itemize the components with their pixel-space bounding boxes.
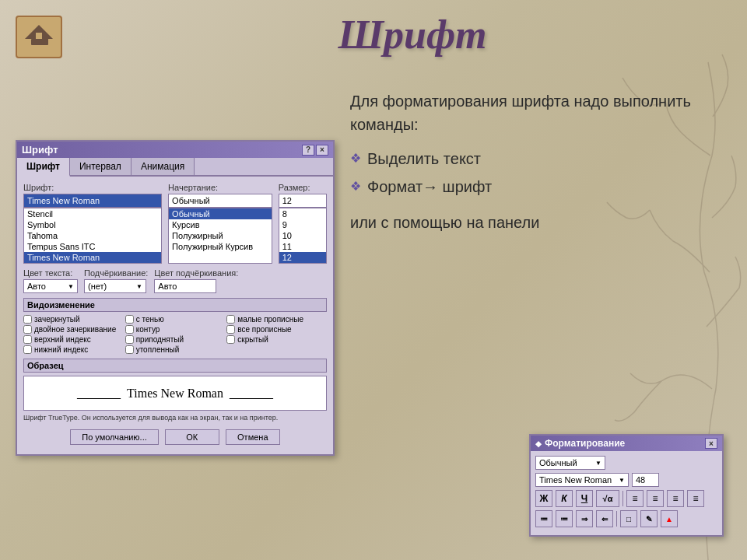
help-button[interactable]: ?	[302, 145, 314, 156]
font-list-item[interactable]: Symbol	[24, 219, 161, 230]
size-list[interactable]: 8 9 10 11 12	[279, 208, 327, 264]
style-list-item[interactable]: Курсив	[169, 219, 272, 230]
checkbox-superscript: верхний индекс	[23, 335, 124, 344]
indent-decrease-button[interactable]: ⇐	[596, 510, 613, 527]
font-input[interactable]: Times New Roman	[23, 194, 162, 208]
size-item[interactable]: 8	[279, 208, 326, 219]
hidden-checkbox[interactable]	[226, 335, 235, 344]
font-list-item[interactable]: Tahoma	[24, 230, 161, 241]
tab-font[interactable]: Шрифт	[17, 158, 70, 177]
double-strikethrough-label: двойное зачеркивание	[34, 325, 116, 334]
style-list-item[interactable]: Полужирный Курсив	[169, 241, 272, 252]
subscript-label: нижний индекс	[34, 345, 88, 354]
effects-checkboxes: зачеркнутый с тенью малые прописные двой…	[23, 315, 327, 354]
small-caps-checkbox[interactable]	[226, 315, 235, 324]
size-item[interactable]: 9	[279, 219, 326, 230]
numbered-list-button[interactable]: ≔	[535, 510, 552, 527]
bullet-diamond-1: ❖	[350, 149, 361, 168]
raised-checkbox[interactable]	[125, 335, 134, 344]
shadow-checkbox[interactable]	[125, 315, 134, 324]
bullet-list-button[interactable]: ≔	[556, 510, 573, 527]
all-caps-label: все прописные	[237, 325, 291, 334]
highlight-button[interactable]: ✎	[640, 510, 658, 527]
bullet-text-2: Формат→ шрифт	[367, 175, 492, 198]
underline-color-label: Цвет подчёркивания:	[154, 268, 238, 278]
ok-button[interactable]: ОК	[165, 429, 219, 445]
strikethrough-checkbox[interactable]	[23, 315, 32, 324]
color-row: Цвет текста: Авто ▼ Подчёркивание: (нет)…	[23, 268, 327, 293]
text-color-value: Авто	[27, 282, 46, 291]
back-button[interactable]	[16, 16, 62, 58]
indent-increase-button[interactable]: ⇒	[576, 510, 593, 527]
right-content: Для форматирования шрифта надо выполнить…	[350, 89, 731, 234]
bullet-diamond-2: ❖	[350, 177, 361, 196]
preview-text: Times New Roman	[127, 387, 223, 401]
cancel-button[interactable]: Отмена	[226, 429, 280, 445]
superscript-checkbox[interactable]	[23, 335, 32, 344]
toolbar-title: Форматирование	[545, 438, 625, 449]
toolbar-body: Обычный ▼ Times New Roman ▼ 48 Ж К Ч √α …	[531, 451, 722, 535]
style-list[interactable]: Обычный Курсив Полужирный Полужирный Кур…	[168, 208, 272, 264]
underline-field: Подчёркивание: (нет) ▼	[84, 268, 148, 293]
tab-interval[interactable]: Интервал	[70, 158, 132, 175]
font-color-button[interactable]: ▲	[661, 510, 678, 527]
bullet-item-1: ❖ Выделить текст	[350, 147, 731, 170]
checkbox-hidden: скрытый	[226, 335, 327, 344]
align-left-button[interactable]: ≡	[626, 490, 644, 507]
underline-color-value: Авто	[158, 282, 177, 291]
engrave-checkbox[interactable]	[125, 345, 134, 354]
preview-underline-left: _______	[77, 387, 121, 401]
superscript-label: верхний индекс	[34, 335, 91, 344]
size-item[interactable]: 10	[279, 230, 326, 241]
all-caps-checkbox[interactable]	[226, 325, 235, 334]
bold-button[interactable]: Ж	[535, 490, 552, 507]
align-justify-button[interactable]: ≡	[687, 490, 704, 507]
toolbar-close-button[interactable]: ×	[705, 438, 717, 449]
tab-animation[interactable]: Анимация	[132, 158, 195, 175]
close-button[interactable]: ×	[316, 145, 328, 156]
size-dropdown[interactable]: 48	[632, 473, 659, 487]
font-label: Шрифт:	[23, 183, 162, 192]
size-item[interactable]: 11	[279, 241, 326, 252]
font-dropdown[interactable]: Times New Roman ▼	[535, 473, 629, 487]
font-list-item[interactable]: Stencil	[24, 208, 161, 219]
format-text: Формат	[367, 178, 423, 195]
size-label: Размер:	[279, 183, 327, 192]
toolbar-row-format: Ж К Ч √α ≡ ≡ ≡ ≡	[535, 490, 717, 507]
font-list[interactable]: Stencil Symbol Tahoma Tempus Sans ITC Ti…	[23, 208, 162, 264]
checkbox-shadow: с тенью	[125, 315, 226, 324]
size-input[interactable]: 12	[279, 194, 327, 208]
italic-button[interactable]: К	[556, 490, 573, 507]
double-strikethrough-checkbox[interactable]	[23, 325, 32, 334]
size-field: Размер: 12 8 9 10 11 12	[279, 183, 327, 264]
underline-color-swatch[interactable]: Авто	[154, 279, 216, 293]
style-list-item[interactable]: Обычный	[169, 208, 272, 219]
default-button[interactable]: По умолчанию...	[70, 429, 159, 445]
subscript-checkbox[interactable]	[23, 345, 32, 354]
formula-button[interactable]: √α	[596, 490, 619, 507]
font-field: Шрифт: Times New Roman Stencil Symbol Ta…	[23, 183, 162, 264]
or-text: или с помощью на панели	[350, 211, 731, 234]
font-list-item[interactable]: Tempus Sans ITC	[24, 241, 161, 252]
outline-checkbox[interactable]	[125, 325, 134, 334]
size-item-selected[interactable]: 12	[279, 252, 326, 263]
checkbox-small-caps: малые прописные	[226, 315, 327, 324]
border-button[interactable]: □	[620, 510, 637, 527]
toolbar-divider-2	[616, 511, 617, 527]
underline-color-field: Цвет подчёркивания: Авто	[154, 268, 238, 293]
text-color-dropdown[interactable]: Авто ▼	[23, 279, 78, 293]
align-center-button[interactable]: ≡	[647, 490, 664, 507]
checkbox-double-strikethrough: двойное зачеркивание	[23, 325, 124, 334]
underline-button[interactable]: Ч	[576, 490, 593, 507]
svg-rect-3	[36, 33, 42, 39]
underline-dropdown[interactable]: (нет) ▼	[84, 279, 146, 293]
checkbox-strikethrough: зачеркнутый	[23, 315, 124, 324]
svg-rect-1	[31, 39, 47, 45]
checkbox-subscript: нижний индекс	[23, 345, 124, 354]
font-list-item-selected[interactable]: Times New Roman	[24, 252, 161, 263]
style-input[interactable]: Обычный	[168, 194, 272, 208]
style-list-item[interactable]: Полужирный	[169, 230, 272, 241]
dropdown-arrow: ▼	[136, 283, 142, 290]
align-right-button[interactable]: ≡	[667, 490, 684, 507]
style-dropdown[interactable]: Обычный ▼	[535, 456, 605, 470]
